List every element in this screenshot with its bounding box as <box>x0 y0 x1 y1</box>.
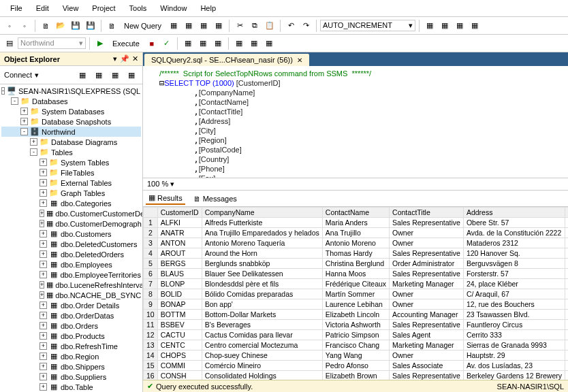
cell[interactable]: Francisco Chang <box>322 340 389 350</box>
cell[interactable]: ALFKI <box>157 218 202 228</box>
increment-combo[interactable]: AUTO_INCREMENT ▾ <box>320 20 415 31</box>
cell[interactable]: Sierras de Granada 9993 <box>463 340 565 350</box>
copy-icon[interactable]: ⧉ <box>248 19 262 33</box>
cell[interactable]: Luleå <box>565 259 569 269</box>
tree-node[interactable]: +▦dbo.Suppliers <box>1 372 141 382</box>
expand-icon[interactable]: + <box>40 373 47 380</box>
new-query-icon[interactable]: 🗎 <box>105 19 119 33</box>
object-explorer-tree[interactable]: -🖥️SEAN-NASIR1\SQLEXPRESS (SQL Serv-📁Dat… <box>0 84 142 392</box>
tab-close-icon[interactable]: ✕ <box>297 56 302 64</box>
tree-node[interactable]: +▦dbo.Customers <box>1 229 141 239</box>
cell[interactable]: Cerrito 333 <box>463 330 565 340</box>
cell[interactable]: Thomas Hardy <box>322 248 389 259</box>
redo-icon[interactable]: ↷ <box>299 19 313 33</box>
cell[interactable]: Marseille <box>565 299 569 310</box>
cell[interactable]: London <box>565 320 569 330</box>
cell[interactable]: Avda. de la Constitución 2222 <box>463 228 565 238</box>
stop-icon[interactable]: ■ <box>145 37 159 50</box>
column-header[interactable]: CompanyName <box>202 208 322 218</box>
tree-node[interactable]: -🗄️Northwind <box>1 127 141 137</box>
oe-icon-2[interactable]: ▦ <box>92 68 106 82</box>
expand-icon[interactable]: + <box>40 220 44 227</box>
tb2-icon-1[interactable]: ▦ <box>181 37 195 50</box>
cell[interactable]: BLONP <box>157 279 202 289</box>
table-row[interactable]: 10BOTTMBottom-Dollar MarketsElizabeth Li… <box>144 310 569 320</box>
expand-icon[interactable]: + <box>40 159 47 166</box>
expand-icon[interactable]: + <box>40 179 47 186</box>
cell[interactable]: Elizabeth Brown <box>322 371 389 380</box>
cell[interactable]: Sales Representative <box>390 269 464 279</box>
expand-icon[interactable]: + <box>40 169 47 176</box>
cell[interactable]: México D.F. <box>565 228 569 238</box>
cell[interactable]: ANATR <box>157 228 202 238</box>
cell[interactable]: Pedro Afonso <box>322 361 389 371</box>
tree-node[interactable]: +▦dbo.LuceneRefreshInterva <box>1 280 141 290</box>
cell[interactable]: Owner <box>390 228 464 238</box>
cell[interactable]: Sales Representative <box>390 218 464 228</box>
zoom-combo[interactable]: 100 % ▾ <box>143 178 568 191</box>
tree-node[interactable]: -📁Tables <box>1 147 141 157</box>
tree-node[interactable]: +▦dbo.NCACHE_DB_SYNC <box>1 290 141 300</box>
cell[interactable]: Owner <box>390 238 464 248</box>
cell[interactable]: BSBEV <box>157 320 202 330</box>
cell[interactable]: Frédérique Citeaux <box>322 279 389 289</box>
open-icon[interactable]: 📂 <box>54 19 67 33</box>
menu-tools[interactable]: Tools <box>123 2 154 14</box>
cell[interactable]: México D.F. <box>565 238 569 248</box>
cell[interactable]: Obere Str. 57 <box>463 218 565 228</box>
expand-icon[interactable]: + <box>40 332 47 340</box>
cell[interactable]: Marketing Manager <box>390 340 464 350</box>
undo-icon[interactable]: ↶ <box>284 19 298 33</box>
column-header[interactable]: CustomerID <box>157 208 202 218</box>
expand-icon[interactable]: + <box>40 230 47 238</box>
cell[interactable]: BERGS <box>157 259 202 269</box>
tree-node[interactable]: +📁Database Snapshots <box>1 116 141 127</box>
cell[interactable]: Sales Representative <box>390 320 464 330</box>
expand-icon[interactable]: + <box>40 210 44 217</box>
cell[interactable]: CONSH <box>157 371 202 380</box>
tb2-icon-2[interactable]: ▦ <box>196 37 210 50</box>
cell[interactable]: BONAP <box>157 299 202 310</box>
cell[interactable]: Hanna Moos <box>322 269 389 279</box>
tree-node[interactable]: +📁External Tables <box>1 178 141 188</box>
cell[interactable]: BOLID <box>157 289 202 299</box>
tb2-icon-5[interactable]: ▦ <box>247 37 261 50</box>
execute-icon[interactable]: ▶ <box>93 37 107 50</box>
column-header[interactable]: ContactTitle <box>390 208 464 218</box>
tree-node[interactable]: +📁FileTables <box>1 167 141 178</box>
cell[interactable]: Sales Agent <box>390 330 464 340</box>
oe-icon-1[interactable]: ▦ <box>76 68 89 82</box>
column-header[interactable]: Address <box>463 208 565 218</box>
table-row[interactable]: 7BLONPBlondesddsl père et filsFrédérique… <box>144 279 569 289</box>
cell[interactable]: 23 Tsawassen Blvd. <box>463 310 565 320</box>
expand-icon[interactable]: + <box>40 240 47 248</box>
expand-icon[interactable]: + <box>40 189 47 197</box>
expand-icon[interactable]: + <box>40 301 47 309</box>
tb-icon-4[interactable]: ▦ <box>212 19 225 33</box>
save-all-icon[interactable]: 💾 <box>84 19 97 33</box>
cell[interactable]: Owner <box>390 350 464 361</box>
cell[interactable]: Victoria Ashworth <box>322 320 389 330</box>
cell[interactable]: 120 Hanover Sq. <box>463 248 565 259</box>
cell[interactable]: Sales Associate <box>390 361 464 371</box>
cell[interactable]: Buenos Aires <box>565 330 569 340</box>
cell[interactable]: Strasbourg <box>565 279 569 289</box>
table-row[interactable]: 3ANTONAntonio Moreno TaqueríaAntonio Mor… <box>144 238 569 248</box>
cell[interactable]: Alfreds Futterkiste <box>202 218 322 228</box>
cell[interactable]: Elizabeth Lincoln <box>322 310 389 320</box>
cell[interactable]: Around the Horn <box>202 248 322 259</box>
tree-node[interactable]: +▦dbo.CustomerCustomerDe <box>1 208 141 218</box>
menu-help[interactable]: Help <box>193 2 223 14</box>
tb-icon-5[interactable]: ▦ <box>423 19 437 33</box>
tb-icon-2[interactable]: ▦ <box>182 19 195 33</box>
save-icon[interactable]: 💾 <box>69 19 82 33</box>
menu-edit[interactable]: Edit <box>29 2 56 14</box>
tb2-icon-6[interactable]: ▦ <box>262 37 276 50</box>
cell[interactable]: CENTC <box>157 340 202 350</box>
table-row[interactable]: 6BLAUSBlauer See DelikatessenHanna MoosS… <box>144 269 569 279</box>
cell[interactable]: Berguvsvägen 8 <box>463 259 565 269</box>
table-row[interactable]: 14CHOPSChop-suey ChineseYang WangOwnerHa… <box>144 350 569 361</box>
cell[interactable]: Mannheim <box>565 269 569 279</box>
expand-icon[interactable]: + <box>40 261 47 268</box>
cell[interactable]: COMMI <box>157 361 202 371</box>
